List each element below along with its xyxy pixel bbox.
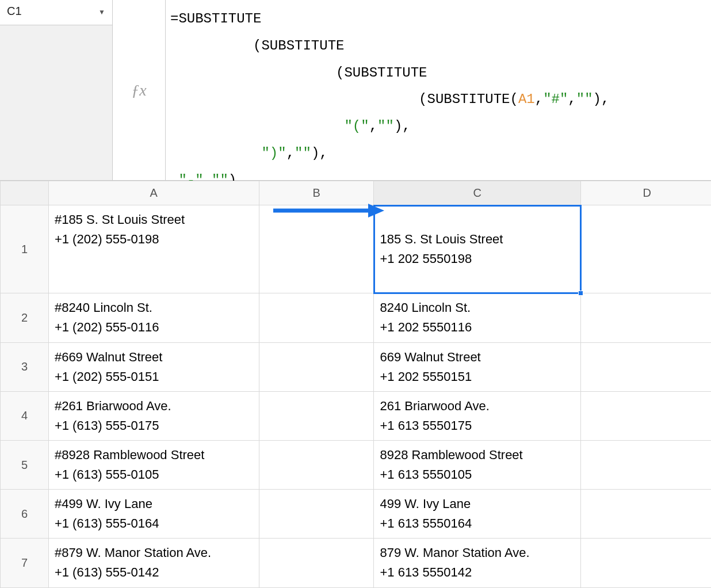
row-header-3[interactable]: 3 bbox=[1, 342, 49, 391]
name-box-wrap: C1 ▼ bbox=[0, 0, 113, 180]
row-header-5[interactable]: 5 bbox=[1, 440, 49, 489]
formula-text: , bbox=[369, 119, 377, 134]
spreadsheet-grid: A B C D 1 #185 S. St Louis Street +1 (20… bbox=[0, 181, 711, 588]
fill-handle[interactable] bbox=[578, 291, 583, 296]
column-header-C[interactable]: C bbox=[374, 181, 581, 205]
cell-D1[interactable] bbox=[581, 205, 711, 293]
cell-D3[interactable] bbox=[581, 342, 711, 391]
cell-D6[interactable] bbox=[581, 490, 711, 539]
formula-text: (SUBSTITUTE bbox=[170, 38, 344, 54]
name-box[interactable]: C1 ▼ bbox=[0, 0, 113, 25]
cell-C5[interactable]: 8928 Ramblewood Street +1 613 5550105 bbox=[374, 440, 581, 489]
cell-D4[interactable] bbox=[581, 391, 711, 440]
cell-D7[interactable] bbox=[581, 539, 711, 587]
cell-A6[interactable]: #499 W. Ivy Lane +1 (613) 555-0164 bbox=[48, 490, 259, 539]
column-header-A[interactable]: A bbox=[48, 181, 259, 205]
svg-marker-1 bbox=[368, 204, 384, 217]
table-row: 3 #669 Walnut Street +1 (202) 555-0151 6… bbox=[1, 342, 712, 391]
cell-D5[interactable] bbox=[581, 440, 711, 489]
row-header-1[interactable]: 1 bbox=[1, 205, 49, 293]
cell-value: 185 S. St Louis Street +1 202 5550198 bbox=[380, 232, 503, 266]
cell-A5[interactable]: #8928 Ramblewood Street +1 (613) 555-010… bbox=[48, 440, 259, 489]
row-header-4[interactable]: 4 bbox=[1, 391, 49, 440]
arrow-icon bbox=[270, 199, 385, 222]
formula-text: ), bbox=[394, 119, 411, 134]
formula-text: =SUBSTITUTE bbox=[170, 11, 261, 26]
formula-text bbox=[170, 146, 261, 161]
cell-C7[interactable]: 879 W. Manor Station Ave. +1 613 5550142 bbox=[374, 539, 581, 587]
name-box-value: C1 bbox=[7, 5, 22, 18]
table-row: 6 #499 W. Ivy Lane +1 (613) 555-0164 499… bbox=[1, 490, 712, 539]
cell-D2[interactable] bbox=[581, 293, 711, 342]
formula-string: "" bbox=[576, 91, 593, 107]
formula-text bbox=[170, 119, 344, 134]
fx-icon: ƒx bbox=[131, 81, 146, 100]
name-box-filler bbox=[0, 25, 112, 180]
cell-C1[interactable]: 185 S. St Louis Street +1 202 5550198 bbox=[374, 205, 581, 293]
fx-label-wrap: ƒx bbox=[113, 0, 166, 180]
cell-A7[interactable]: #879 W. Manor Station Ave. +1 (613) 555-… bbox=[48, 539, 259, 587]
formula-bar-row: C1 ▼ ƒx =SUBSTITUTE (SUBSTITUTE (SUBSTIT… bbox=[0, 0, 711, 181]
cell-B4[interactable] bbox=[259, 391, 374, 440]
formula-text: , bbox=[286, 146, 295, 161]
select-all-corner[interactable] bbox=[1, 181, 49, 205]
arrow-annotation bbox=[270, 199, 385, 222]
table-row: 5 #8928 Ramblewood Street +1 (613) 555-0… bbox=[1, 440, 712, 489]
table-row: 2 #8240 Lincoln St. +1 (202) 555-0116 82… bbox=[1, 293, 712, 342]
cell-A1[interactable]: #185 S. St Louis Street +1 (202) 555-019… bbox=[48, 205, 259, 293]
cell-B7[interactable] bbox=[259, 539, 374, 587]
cell-C6[interactable]: 499 W. Ivy Lane +1 613 5550164 bbox=[374, 490, 581, 539]
formula-string: "#" bbox=[543, 91, 568, 107]
cell-B6[interactable] bbox=[259, 490, 374, 539]
formula-text: , bbox=[568, 91, 576, 107]
table-row: 4 #261 Briarwood Ave. +1 (613) 555-0175 … bbox=[1, 391, 712, 440]
table-row: 7 #879 W. Manor Station Ave. +1 (613) 55… bbox=[1, 539, 712, 587]
cell-B3[interactable] bbox=[259, 342, 374, 391]
formula-string: "" bbox=[377, 119, 394, 134]
formula-text: ), bbox=[311, 146, 328, 161]
cell-A3[interactable]: #669 Walnut Street +1 (202) 555-0151 bbox=[48, 342, 259, 391]
formula-string: ")" bbox=[261, 146, 286, 161]
chevron-down-icon[interactable]: ▼ bbox=[98, 8, 105, 16]
row-header-7[interactable]: 7 bbox=[1, 539, 49, 587]
cell-C3[interactable]: 669 Walnut Street +1 202 5550151 bbox=[374, 342, 581, 391]
formula-text: , bbox=[535, 91, 543, 107]
formula-string: "" bbox=[295, 146, 311, 161]
formula-text: (SUBSTITUTE bbox=[170, 65, 427, 81]
formula-bar-input[interactable]: =SUBSTITUTE (SUBSTITUTE (SUBSTITUTE (SUB… bbox=[166, 0, 711, 180]
formula-text: ), bbox=[593, 91, 610, 107]
cell-A2[interactable]: #8240 Lincoln St. +1 (202) 555-0116 bbox=[48, 293, 259, 342]
cell-C2[interactable]: 8240 Lincoln St. +1 202 5550116 bbox=[374, 293, 581, 342]
formula-text: (SUBSTITUTE( bbox=[170, 91, 518, 107]
row-header-6[interactable]: 6 bbox=[1, 490, 49, 539]
row-header-2[interactable]: 2 bbox=[1, 293, 49, 342]
cell-A4[interactable]: #261 Briarwood Ave. +1 (613) 555-0175 bbox=[48, 391, 259, 440]
formula-string: "(" bbox=[344, 119, 369, 134]
cell-C4[interactable]: 261 Briarwood Ave. +1 613 5550175 bbox=[374, 391, 581, 440]
cell-B5[interactable] bbox=[259, 440, 374, 489]
formula-cell-ref: A1 bbox=[518, 91, 535, 107]
grid-table: A B C D 1 #185 S. St Louis Street +1 (20… bbox=[0, 181, 711, 588]
column-header-D[interactable]: D bbox=[581, 181, 711, 205]
cell-B2[interactable] bbox=[259, 293, 374, 342]
